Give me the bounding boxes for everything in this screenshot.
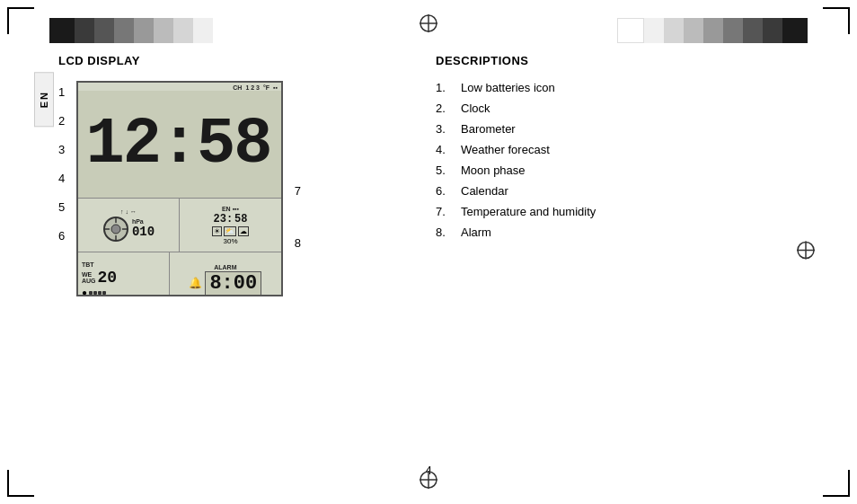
corner-mark-bl [7,470,34,497]
language-tab: EN [34,72,54,127]
corner-mark-br [823,470,850,497]
desc-text-1: Low batteries icon [461,81,555,94]
cal-label-row: TBT [82,261,165,268]
desc-num-6: 6. [436,184,461,198]
desc-num-2: 2. [436,102,461,115]
desc-item-3: 3. Barometer [436,122,839,136]
desc-num-1: 1. [436,81,461,94]
desc-num-5: 5. [436,164,461,177]
label-4: 4 [58,172,65,185]
lcd-weather-area: EN ▪▪▪ 23: 58 ☀ ⛅ ☁ [180,199,281,252]
label-6: 6 [58,229,65,243]
label-7: 7 [295,184,301,198]
top-color-bars-left [49,9,213,29]
lcd-calendar-area: TBT WE AUG 20 ● [78,252,170,296]
barometer-icon [102,216,129,243]
desc-num-3: 3. [436,122,461,136]
lcd-time-area: 12:58 [78,91,281,199]
descriptions-title: DESCRIPTIONS [436,54,839,67]
lcd-top-indicators: CH 1 2 3 °F ▪▪ [78,83,281,91]
label-5: 5 [58,200,65,214]
desc-text-8: Alarm [461,225,491,239]
desc-item-8: 8. Alarm [436,225,839,239]
label-8: 8 [295,236,301,250]
label-1: 1 [58,85,65,99]
desc-item-6: 6. Calendar [436,184,839,198]
svg-point-4 [111,225,120,234]
desc-item-5: 5. Moon phase [436,164,839,177]
desc-text-6: Calendar [461,184,508,198]
desc-item-2: 2. Clock [436,102,839,115]
descriptions-list: 1. Low batteries icon 2. Clock 3. Barome… [436,81,839,239]
desc-item-7: 7. Temperature and humidity [436,205,839,218]
right-panel: DESCRIPTIONS 1. Low batteries icon 2. Cl… [436,54,839,468]
desc-text-7: Temperature and humidity [461,205,596,218]
desc-item-4: 4. Weather forecast [436,143,839,156]
corner-mark-tr [823,7,850,34]
lcd-display: CH 1 2 3 °F ▪▪ 12:58 ↑ ↓ ↔ [76,81,283,296]
alarm-label-row: ALARM [214,264,236,270]
desc-text-5: Moon phase [461,164,526,177]
desc-item-1: 1. Low batteries icon [436,81,839,94]
desc-text-2: Clock [461,102,490,115]
label-2: 2 [58,114,65,128]
desc-num-4: 4. [436,143,461,156]
top-crosshair [418,13,439,37]
lcd-alarm-area: ALARM 🔔 8:00 [170,252,281,296]
corner-mark-tl [7,7,34,34]
desc-text-3: Barometer [461,122,516,136]
alarm-bell-icon: 🔔 [189,277,202,289]
left-panel: LCD DISPLAY 1 2 3 4 5 6 CH 1 2 3 °F ▪▪ [58,54,400,468]
desc-num-8: 8. [436,225,461,239]
lcd-bottom-section: TBT WE AUG 20 ● [78,252,281,296]
lcd-section: 1 2 3 4 5 6 CH 1 2 3 °F ▪▪ 12:58 [76,81,283,296]
desc-text-4: Weather forecast [461,143,550,156]
desc-num-7: 7. [436,205,461,218]
lcd-time: 12:58 [85,112,270,177]
bottom-crosshair [418,469,439,493]
lcd-barometer-area: ↑ ↓ ↔ [78,199,180,252]
top-color-bars-right [617,9,808,29]
lcd-middle-section: ↑ ↓ ↔ [78,199,281,252]
left-labels: 1 2 3 4 5 6 [58,81,65,296]
right-crosshair [795,239,817,265]
baro-label-row: ↑ ↓ ↔ [120,208,137,215]
weather-label-row: EN ▪▪▪ [222,206,239,212]
main-content: LCD DISPLAY 1 2 3 4 5 6 CH 1 2 3 °F ▪▪ [58,54,839,468]
lcd-title: LCD DISPLAY [58,54,400,67]
label-3: 3 [58,143,65,156]
